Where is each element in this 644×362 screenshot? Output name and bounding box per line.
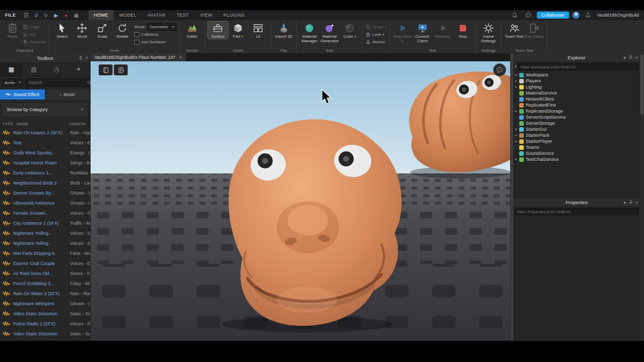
toolbox-tab-recent-icon[interactable]: ◷ — [45, 63, 68, 76]
explorer-item-soundservice[interactable]: SoundService — [513, 150, 640, 156]
mode-selector[interactable]: Mode: Geometric▾ — [134, 24, 177, 30]
ribbon-tab-home[interactable]: HOME — [89, 10, 114, 20]
explorer-item-workspace[interactable]: ▸Workspace — [513, 72, 640, 78]
asset-name[interactable]: Gods Wind Spooky... — [13, 150, 70, 155]
toolbox-button[interactable]: Toolbox — [208, 22, 228, 39]
asset-name[interactable]: Video Static Distortion — [13, 331, 70, 336]
close-tab-icon[interactable]: × — [179, 55, 182, 60]
asset-type-dropdown[interactable]: Audio▾ — [2, 79, 23, 86]
file-menu-button[interactable]: FILE — [0, 13, 21, 18]
toolbox-row[interactable]: TestVoices - Bl — [0, 138, 90, 148]
redo-icon[interactable]: ↻ — [43, 12, 50, 19]
toolbox-tab-inventory[interactable]: ▤ — [23, 63, 45, 76]
select-tool-button[interactable]: Select — [52, 22, 72, 39]
toolbox-row[interactable]: Video Static DistortionStatic - Ga — [0, 329, 90, 339]
asset-name[interactable]: Demon Scream By... — [13, 191, 70, 196]
toolbox-row[interactable]: Female Scream...Voices - S — [0, 208, 90, 218]
explorer-item-serverstorage[interactable]: ServerStorage — [513, 120, 640, 126]
toolbox-tab-models[interactable]: ▦ — [0, 63, 23, 76]
explorer-item-serverscriptservice[interactable]: ServerScriptService — [513, 114, 640, 120]
explorer-item-players[interactable]: ▸Players — [513, 78, 640, 84]
notifications-bell-icon[interactable] — [511, 12, 518, 19]
resume-button[interactable]: Resume — [433, 22, 453, 39]
explorer-item-replicatedfirst[interactable]: ReplicatedFirst — [513, 102, 640, 108]
tab-sound-effect[interactable]: Sound Effect — [0, 89, 45, 100]
asset-name[interactable]: Rain On Leaves 2 (SFX) — [13, 130, 70, 135]
dock-pin-icon[interactable] — [628, 55, 633, 60]
asset-name[interactable]: Police Radio 1 (SFX) — [13, 321, 70, 326]
expand-arrow-icon[interactable]: ▸ — [513, 139, 519, 143]
expand-arrow-icon[interactable]: ▸ — [513, 85, 519, 89]
duplicate-button[interactable]: Duplicate — [23, 39, 46, 45]
toolbox-row[interactable]: Nightmare WhispersGhosts - S — [0, 299, 90, 309]
toolbox-row[interactable]: Rain On Water 2 (SFX)Rain - Rain — [0, 289, 90, 299]
toolbox-row[interactable]: Gods Wind Spooky...Energy - G — [0, 148, 90, 158]
asset-name[interactable]: Nightmare Yelling... — [13, 231, 70, 236]
dock-pin-icon[interactable] — [78, 56, 83, 60]
join-surfaces-checkbox[interactable]: Join Surfaces — [134, 39, 177, 45]
terrain-editor-button[interactable]: Editor — [182, 22, 202, 39]
ribbon-tab-avatar[interactable]: AVATAR — [142, 10, 171, 20]
lock-button[interactable]: Lock▾ — [365, 31, 387, 38]
toolbox-tab-creations[interactable]: ✦ — [67, 63, 90, 76]
asset-name[interactable]: Nightmare Yelling... — [13, 241, 70, 246]
properties-filter-input[interactable] — [515, 208, 638, 215]
ribbon-tab-model[interactable]: MODEL — [114, 10, 142, 20]
play-quick-icon[interactable]: ▶ — [53, 12, 60, 19]
scale-tool-button[interactable]: Scale — [92, 22, 112, 39]
ui-button[interactable]: UI — [248, 22, 268, 39]
toolbox-row[interactable]: Air Raid Siren Old...Sirens - S — [0, 268, 90, 279]
explorer-item-lighting[interactable]: ▸Lighting — [513, 84, 640, 90]
explorer-item-starterplayer[interactable]: ▸StarterPlayer — [513, 138, 640, 144]
user-avatar[interactable] — [573, 12, 580, 19]
asset-name[interactable]: Wet Farts Dripping 9 — [13, 251, 70, 256]
explorer-item-starterpack[interactable]: ▸StarterPack — [513, 132, 640, 138]
collapse-icon[interactable]: ▾ — [623, 55, 626, 60]
toolbox-row[interactable]: Nightmare Yelling...Voices - S — [0, 238, 90, 248]
asset-name[interactable]: Test — [13, 140, 70, 145]
asset-name[interactable]: Rain On Water 2 (SFX) — [13, 291, 70, 296]
material-generator-button[interactable]: Material Generator — [319, 22, 340, 43]
toolbox-row[interactable]: Pencil Scribbling 3...Foley - Mis — [0, 279, 90, 289]
exit-game-button[interactable]: Exit Game — [524, 22, 544, 39]
explorer-item-replicatedstorage[interactable]: ▸ReplicatedStorage — [513, 108, 640, 114]
anchor-button[interactable]: Anchor — [365, 39, 387, 45]
asset-name[interactable]: Pencil Scribbling 3... — [13, 281, 70, 286]
place-tab[interactable]: Vault8166OriginBuild's Place Number: 147… — [91, 53, 186, 61]
render-scene[interactable] — [91, 61, 510, 341]
chat-bubble-button[interactable] — [493, 63, 506, 76]
explorer-item-materialservice[interactable]: MaterialService — [513, 90, 640, 96]
toolbox-search-input[interactable] — [28, 79, 86, 85]
toolbox-row[interactable]: Neighborhood Birds 2Birds - Lan — [0, 178, 90, 188]
part-button[interactable]: Part ▾ — [228, 22, 248, 39]
dock-pin-icon[interactable] — [628, 200, 633, 205]
assistant-icon[interactable] — [525, 12, 532, 19]
browse-by-category-dropdown[interactable]: Browse by Category▾ — [3, 104, 87, 116]
capture-icon[interactable]: ▦ — [73, 12, 80, 19]
viewport-3d[interactable]: Vault8166OriginBuild's Place Number: 147… — [91, 53, 510, 341]
toolbox-row[interactable]: Nightmare Yelling...Voices - S — [0, 228, 90, 238]
ribbon-tab-plugins[interactable]: PLUGINS — [218, 10, 250, 20]
toolbox-row[interactable]: Police Radio 1 (SFX)Voices - R — [0, 319, 90, 329]
asset-name[interactable]: Nightmare Whispers — [13, 301, 70, 306]
close-icon[interactable]: × — [635, 200, 638, 205]
paste-button[interactable]: Paste — [3, 22, 23, 39]
close-icon[interactable]: × — [86, 55, 88, 60]
expand-arrow-icon[interactable]: ▸ — [513, 127, 519, 131]
asset-name[interactable]: City Ambience 1 (SFX) — [13, 221, 70, 226]
explorer-filter-input[interactable] — [518, 63, 638, 70]
toolbox-row[interactable]: Afterworld AmbienceGhosts - A — [0, 198, 90, 208]
collapse-icon[interactable]: ▾ — [623, 200, 626, 205]
material-manager-button[interactable]: Material Manager — [299, 22, 319, 43]
copy-button[interactable]: Copy — [23, 24, 46, 30]
tab-music[interactable]: ♪ Music — [45, 89, 91, 100]
rotate-tool-button[interactable]: Rotate — [112, 22, 132, 39]
collaborate-button[interactable]: Collaborate — [537, 12, 569, 19]
explorer-item-textchatservice[interactable]: ▸TextChatService — [513, 156, 640, 162]
toolbox-row[interactable]: Hospital Horror RoarsStings - Br — [0, 158, 90, 168]
current-client-button[interactable]: Current:Client — [413, 22, 433, 43]
asset-name[interactable]: Female Scream... — [13, 211, 70, 216]
game-settings-button[interactable]: Game Settings — [478, 22, 499, 43]
import-3d-button[interactable]: Import 3D — [274, 22, 294, 39]
share-icon[interactable] — [585, 12, 592, 19]
